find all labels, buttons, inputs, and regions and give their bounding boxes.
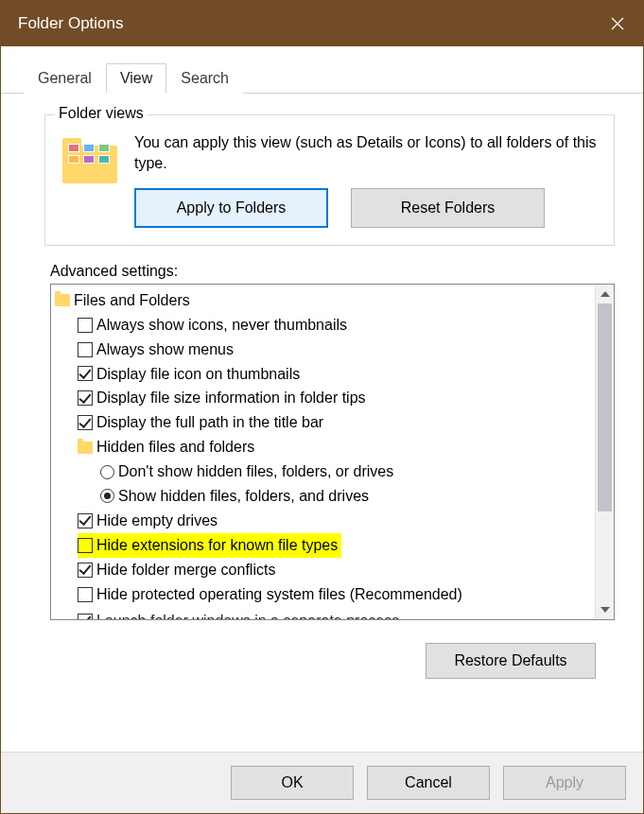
reset-folders-button[interactable]: Reset Folders <box>351 188 545 228</box>
option-always-show-icons[interactable]: Always show icons, never thumbnails <box>55 313 595 338</box>
scroll-track[interactable] <box>596 303 614 600</box>
checkbox-icon <box>78 390 93 406</box>
option-label: Hide protected operating system files (R… <box>96 582 462 607</box>
option-label: Launch folder windows in a separate proc… <box>96 609 399 619</box>
tab-search[interactable]: Search <box>166 63 243 94</box>
advanced-settings-tree: Files and Folders Always show icons, nev… <box>50 284 615 620</box>
tree-scrollbar[interactable] <box>595 285 614 619</box>
chevron-down-icon <box>600 607 610 613</box>
chevron-up-icon <box>600 291 610 297</box>
option-hide-protected-os-files[interactable]: Hide protected operating system files (R… <box>55 582 595 607</box>
close-button[interactable] <box>596 1 639 46</box>
option-label: Hide folder merge conflicts <box>96 558 275 582</box>
option-always-show-menus[interactable]: Always show menus <box>55 338 595 362</box>
checkbox-icon <box>78 563 93 578</box>
tree-hidden-files-group: Hidden files and folders <box>55 435 595 459</box>
tab-strip: General View Search <box>1 46 643 94</box>
checkbox-icon <box>78 318 93 333</box>
folder-icon <box>78 442 93 454</box>
option-hide-empty-drives[interactable]: Hide empty drives <box>55 509 595 533</box>
tab-general[interactable]: General <box>24 63 106 94</box>
folder-options-window: Folder Options General View Search Folde… <box>0 0 644 814</box>
option-launch-separate-process[interactable]: Launch folder windows in a separate proc… <box>55 609 595 619</box>
option-display-full-path[interactable]: Display the full path in the title bar <box>55 410 595 435</box>
option-label: Hide extensions for known file types <box>96 533 338 558</box>
option-show-hidden[interactable]: Show hidden files, folders, and drives <box>55 484 595 509</box>
option-label: Display file size information in folder … <box>96 386 366 410</box>
checkbox-icon <box>78 342 93 357</box>
option-hide-merge-conflicts[interactable]: Hide folder merge conflicts <box>55 558 595 582</box>
close-icon <box>611 17 624 30</box>
scroll-up-button[interactable] <box>596 285 614 303</box>
ok-button[interactable]: OK <box>231 766 354 800</box>
tree-group-label: Hidden files and folders <box>96 435 254 459</box>
folder-views-description: You can apply this view (such as Details… <box>134 132 597 175</box>
titlebar: Folder Options <box>1 1 643 46</box>
tab-content: Folder views You can apply this view (su… <box>1 94 643 688</box>
checkbox-icon <box>78 415 93 430</box>
advanced-settings-label: Advanced settings: <box>50 263 622 280</box>
highlight-marker: Hide extensions for known file types <box>78 533 341 558</box>
tree-root-label: Files and Folders <box>74 288 190 313</box>
folder-views-icon <box>62 136 117 183</box>
option-label: Show hidden files, folders, and drives <box>118 484 369 509</box>
apply-button[interactable]: Apply <box>503 766 626 800</box>
option-label: Display the full path in the title bar <box>96 410 323 435</box>
checkbox-icon <box>78 587 93 602</box>
window-title: Folder Options <box>18 14 596 33</box>
dialog-footer: OK Cancel Apply <box>1 752 643 813</box>
restore-defaults-button[interactable]: Restore Defaults <box>426 643 596 679</box>
apply-to-folders-button[interactable]: Apply to Folders <box>134 188 328 228</box>
checkbox-icon <box>78 538 93 553</box>
option-label: Don't show hidden files, folders, or dri… <box>118 459 393 484</box>
tree-content: Files and Folders Always show icons, nev… <box>51 285 595 619</box>
checkbox-icon <box>78 513 93 528</box>
cancel-button[interactable]: Cancel <box>367 766 490 800</box>
option-hide-extensions[interactable]: Hide extensions for known file types <box>55 533 595 558</box>
option-label: Always show menus <box>96 338 234 362</box>
folder-views-group: Folder views You can apply this view (su… <box>44 114 615 246</box>
option-label: Display file icon on thumbnails <box>96 362 300 387</box>
scroll-down-button[interactable] <box>596 600 614 619</box>
option-display-file-size[interactable]: Display file size information in folder … <box>55 386 595 410</box>
option-dont-show-hidden[interactable]: Don't show hidden files, folders, or dri… <box>55 459 595 484</box>
checkbox-icon <box>78 614 93 619</box>
tab-view[interactable]: View <box>106 63 166 94</box>
folder-views-title: Folder views <box>55 105 148 122</box>
option-label: Always show icons, never thumbnails <box>96 313 347 338</box>
tree-root-files-folders: Files and Folders <box>55 288 595 313</box>
option-display-file-icon[interactable]: Display file icon on thumbnails <box>55 362 595 387</box>
radio-icon <box>100 465 114 479</box>
folder-icon <box>55 294 70 306</box>
radio-icon <box>100 489 114 503</box>
option-label: Hide empty drives <box>96 509 218 533</box>
checkbox-icon <box>78 366 93 381</box>
scroll-thumb[interactable] <box>598 303 612 511</box>
